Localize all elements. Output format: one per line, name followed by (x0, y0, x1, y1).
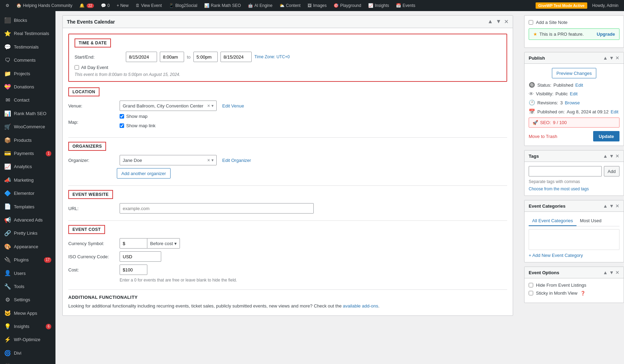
adminbar-updates[interactable]: 🔔 22 (77, 0, 97, 11)
move-to-trash-link[interactable]: Move to Trash (529, 134, 557, 139)
end-time-input[interactable] (193, 52, 218, 62)
venue-clear-icon[interactable]: × (207, 103, 210, 109)
publish-down-icon[interactable]: ▼ (609, 55, 614, 61)
sidebar-item-pretty-links[interactable]: 🔗 Pretty Links (0, 227, 55, 240)
url-input[interactable] (120, 203, 314, 214)
elementor-label: Elementor (14, 190, 34, 197)
sidebar-item-plugins[interactable]: 🔌 Plugins 17 (0, 253, 55, 267)
add-organizer-button[interactable]: Add another organizer (117, 168, 171, 179)
sidebar-item-donations[interactable]: 💝 Donations (0, 80, 55, 94)
cost-input[interactable] (120, 265, 147, 275)
adminbar-images[interactable]: 🖼 Images (305, 0, 329, 11)
sidebar-item-divi[interactable]: 🌀 Divi (0, 347, 55, 360)
adminbar-playground[interactable]: 🎯 Playground (331, 0, 364, 11)
end-date-input[interactable] (220, 52, 252, 62)
adminbar-new[interactable]: + New (114, 0, 131, 11)
sidebar-item-tools[interactable]: 🔧 Tools (0, 280, 55, 293)
sidebar-item-marketing[interactable]: 📣 Marketing (0, 174, 55, 187)
tags-up-icon[interactable]: ▲ (603, 153, 608, 159)
adminbar-site[interactable]: ⚙ (3, 0, 12, 11)
organizer-dropdown[interactable]: Jane Doe × ▾ (120, 155, 217, 165)
tags-close-icon[interactable]: ✕ (615, 153, 619, 159)
sticky-month-view-checkbox[interactable] (529, 291, 533, 295)
sidebar-item-meow-apps[interactable]: 🐱 Meow Apps (0, 307, 55, 320)
add-site-note-checkbox[interactable] (529, 20, 533, 25)
panel-close-icon[interactable]: ✕ (504, 18, 509, 25)
sidebar-item-products[interactable]: 📦 Products (0, 134, 55, 147)
currency-symbol-input[interactable] (120, 238, 147, 249)
tags-add-button[interactable]: Add (604, 166, 619, 176)
categories-tab-most-used[interactable]: Most Used (577, 216, 605, 226)
adminbar-blog2social[interactable]: 📱 Blog2Social (166, 0, 200, 11)
adminbar-events[interactable]: 📅 Events (393, 0, 418, 11)
before-cost-dropdown[interactable]: Before cost ▾ (147, 238, 180, 249)
sidebar-item-rankmath[interactable]: 📊 Rank Math SEO (0, 107, 55, 120)
url-row: URL: (68, 203, 507, 214)
event-options-down-icon[interactable]: ▼ (609, 270, 614, 275)
revisions-browse-link[interactable]: Browse (565, 100, 580, 105)
show-map-checkbox[interactable] (120, 114, 124, 119)
adminbar-view-event[interactable]: 🗓 View Event (133, 0, 165, 11)
sidebar-item-contact[interactable]: ✉ Contact (0, 94, 55, 107)
sidebar-item-testimonials[interactable]: 💬 Testimonials (0, 41, 55, 54)
sidebar-item-blog2social[interactable]: 📱 Blog2Social (0, 360, 55, 364)
sidebar-item-projects[interactable]: 📁 Projects (0, 67, 55, 80)
sidebar-item-advanced-ads[interactable]: 📢 Advanced Ads (0, 214, 55, 227)
sidebar-item-appearance[interactable]: 🎨 Appearance (0, 240, 55, 253)
all-day-checkbox[interactable] (75, 65, 79, 70)
categories-tab-all[interactable]: All Event Categories (529, 216, 577, 226)
edit-venue-link[interactable]: Edit Venue (222, 103, 244, 109)
show-map-link-checkbox[interactable] (120, 123, 124, 128)
adminbar-rankmath[interactable]: 📊 Rank Math SEO (201, 0, 244, 11)
organizer-clear-icon[interactable]: × (207, 157, 210, 163)
tags-down-icon[interactable]: ▼ (609, 153, 614, 159)
status-edit-link[interactable]: Edit (575, 83, 583, 88)
hide-from-listings-row: Hide From Event Listings (529, 283, 619, 288)
sidebar-item-payments[interactable]: 💳 Payments 1 (0, 147, 55, 160)
categories-close-icon[interactable]: ✕ (615, 203, 619, 209)
sidebar-item-settings[interactable]: ⚙ Settings (0, 293, 55, 306)
start-time-input[interactable] (160, 52, 184, 62)
visibility-edit-link[interactable]: Edit (570, 91, 578, 96)
categories-up-icon[interactable]: ▲ (603, 203, 608, 209)
sidebar-item-wp-optimize[interactable]: ⚡ WP-Optimize (0, 333, 55, 346)
sidebar-item-analytics[interactable]: 📈 Analytics (0, 160, 55, 173)
sidebar-item-blocks[interactable]: ⬛ Blocks (0, 14, 55, 27)
divider-3 (68, 220, 507, 221)
adminbar-site-name[interactable]: 🏠 Helping Hands Community (14, 0, 75, 11)
sidebar-item-real-testimonials[interactable]: ⭐ Real Testimonials (0, 27, 55, 40)
event-options-close-icon[interactable]: ✕ (615, 270, 619, 275)
sidebar-item-insights[interactable]: 💡 Insights 6 (0, 320, 55, 333)
publish-up-icon[interactable]: ▲ (603, 55, 608, 61)
sidebar-item-users[interactable]: 👤 Users (0, 267, 55, 280)
iso-code-input[interactable] (120, 251, 161, 262)
edit-organizer-link[interactable]: Edit Organizer (222, 158, 251, 163)
tags-choose-link[interactable]: Choose from the most used tags (529, 187, 589, 191)
additional-section: ADDITIONAL FUNCTIONALITY Looking for add… (68, 289, 507, 310)
sidebar-item-woocommerce[interactable]: 🛒 WooCommerce (0, 120, 55, 133)
sticky-help-icon[interactable]: ❓ (580, 291, 586, 296)
start-date-input[interactable] (126, 52, 157, 62)
available-addons-link[interactable]: available add-ons (343, 303, 378, 309)
adminbar-comments[interactable]: 💬 0 (98, 0, 113, 11)
add-new-category-link[interactable]: + Add New Event Category (529, 253, 583, 258)
tags-text-input[interactable] (529, 166, 602, 176)
update-button[interactable]: Update (593, 131, 619, 141)
upgrade-link[interactable]: Upgrade (597, 32, 615, 37)
publish-close-icon[interactable]: ✕ (615, 55, 619, 61)
event-options-up-icon[interactable]: ▲ (603, 270, 608, 275)
published-on-edit-link[interactable]: Edit (611, 109, 618, 114)
panel-minimize-icon[interactable]: ▲ (487, 18, 493, 25)
hide-from-listings-checkbox[interactable] (529, 283, 533, 287)
preview-changes-button[interactable]: Preview Changes (552, 68, 596, 78)
timezone-link[interactable]: Time Zone: UTC+0 (254, 54, 290, 59)
sidebar-item-comments[interactable]: 🗨 Comments (0, 54, 55, 67)
panel-collapse-icon[interactable]: ▼ (496, 18, 501, 25)
adminbar-insights[interactable]: 📈 Insights (365, 0, 392, 11)
sidebar-item-elementor[interactable]: 🔷 Elementor (0, 187, 55, 200)
categories-down-icon[interactable]: ▼ (609, 203, 614, 209)
adminbar-content[interactable]: ⛅ Content (277, 0, 303, 11)
adminbar-ai-engine[interactable]: 🤖 AI Engine (245, 0, 275, 11)
sidebar-item-templates[interactable]: 📄 Templates (0, 200, 55, 213)
venue-dropdown[interactable]: Grand Ballroom, City Convention Center ×… (120, 101, 217, 111)
